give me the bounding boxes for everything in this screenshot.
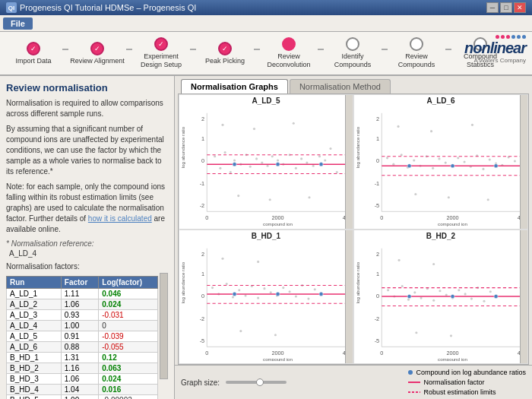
svg-point-27 (295, 167, 297, 169)
workflow-step-peak[interactable]: ✓ Peak Picking (198, 42, 252, 65)
step-label-deconv: Review Deconvolution (261, 52, 316, 69)
step-label-review: Review Compounds (389, 52, 444, 69)
cell-log: 0.046 (99, 289, 157, 299)
svg-point-90 (451, 164, 454, 168)
svg-text:0: 0 (380, 349, 383, 356)
charts-area: A_LD_5 2 1 0 -1 -2 0 (178, 93, 529, 365)
cell-log: 0.12 (99, 353, 157, 363)
legend-area: Compound ion log abundance ratios Normal… (408, 369, 526, 396)
svg-point-164 (432, 262, 435, 264)
table-row: A_LD_1 1.11 0.046 (7, 289, 158, 299)
svg-text:2000: 2000 (271, 214, 283, 221)
cell-log: 0.016 (99, 385, 157, 395)
brand-dots (464, 35, 526, 39)
graph-size-label: Graph size: (181, 378, 220, 387)
svg-point-80 (397, 125, 399, 128)
svg-point-156 (464, 293, 467, 295)
workflow-step-deconv[interactable]: Review Deconvolution (261, 37, 316, 69)
svg-text:1: 1 (376, 135, 379, 142)
svg-text:compound ion: compound ion (263, 356, 293, 361)
tab-normalisation-method[interactable]: Normalisation Method (290, 79, 391, 93)
svg-point-169 (407, 294, 411, 298)
table-row: B_HD_4 1.04 0.016 (7, 385, 158, 395)
svg-point-13 (219, 167, 221, 169)
svg-point-20 (255, 157, 258, 160)
svg-point-112 (263, 287, 265, 290)
svg-text:0: 0 (380, 214, 383, 221)
chart-title-A_LD_5: A_LD_5 (179, 95, 353, 106)
svg-point-60 (392, 163, 394, 166)
svg-point-84 (471, 124, 473, 126)
svg-point-131 (319, 292, 323, 296)
svg-point-44 (233, 163, 236, 166)
step-connector-5 (318, 49, 324, 50)
graph-size-slider[interactable] (226, 381, 287, 384)
cell-run: A_LD_1 (7, 289, 62, 299)
chart-B_HD_2: B_HD_2 2 1 0 -2 -5 0 2000 4000 log abund… (353, 230, 528, 365)
workflow-step-identify[interactable]: Identify Compounds (325, 37, 380, 69)
chart-scrollbar-right-3[interactable] (345, 230, 353, 364)
workflow-step-review[interactable]: Review Compounds (389, 37, 444, 69)
calc-link[interactable]: how it is calculated (88, 214, 152, 223)
svg-point-155 (458, 289, 460, 291)
svg-text:2000: 2000 (446, 214, 458, 221)
menu-file[interactable]: File (3, 17, 33, 30)
workflow-step-alignment[interactable]: ✓ Review Alignment (70, 42, 125, 65)
svg-point-31 (318, 155, 321, 157)
table-row: B_HD_5 1.00 -0.00002 (7, 395, 158, 400)
svg-text:0: 0 (376, 293, 379, 299)
dot-3 (506, 35, 510, 39)
chart-scrollbar-right-2[interactable] (520, 95, 527, 229)
cell-log: 0.024 (99, 374, 157, 385)
close-button[interactable]: ✕ (514, 2, 526, 13)
cell-factor: 0.91 (61, 331, 99, 342)
cell-log: -0.055 (99, 342, 157, 353)
cell-factor: 1.06 (61, 374, 99, 385)
step-connector-3 (190, 49, 196, 50)
svg-point-74 (482, 168, 484, 170)
tab-normalisation-graphs[interactable]: Normalisation Graphs (181, 79, 288, 93)
page-heading: Review normalisation (6, 82, 168, 93)
svg-point-113 (270, 291, 272, 293)
chart-title-B_HD_2: B_HD_2 (354, 230, 527, 242)
table-row: B_HD_1 1.31 0.12 (7, 353, 158, 363)
window-controls[interactable]: ─ □ ✕ (486, 2, 526, 13)
svg-text:1: 1 (201, 135, 204, 142)
norm-table: Run Factor Log(factor) A_LD_1 1.11 0.046… (6, 276, 158, 399)
svg-point-61 (401, 154, 403, 156)
workflow-bar: ✓ Import Data ✓ Review Alignment ✓ Exper… (0, 32, 532, 76)
workflow-step-import[interactable]: ✓ Import Data (6, 42, 61, 65)
workflow-step-design[interactable]: ✓ Experiment Design Setup (134, 37, 188, 69)
legend-label-compound: Compound ion log abundance ratios (416, 369, 526, 376)
chart-scrollbar-right-1[interactable] (345, 95, 353, 229)
chart-scrollbar-right-4[interactable] (520, 230, 527, 364)
svg-text:-2: -2 (200, 315, 204, 322)
svg-point-59 (386, 157, 388, 159)
svg-point-116 (289, 290, 291, 293)
svg-text:-1: -1 (200, 180, 204, 187)
svg-point-14 (224, 151, 226, 154)
svg-point-32 (324, 159, 326, 161)
svg-point-144 (387, 289, 389, 291)
svg-point-157 (470, 297, 473, 299)
svg-point-35 (221, 124, 223, 126)
chart-svg-B_HD_1: 2 1 0 -2 -5 0 2000 4000 log abundance ra… (179, 242, 353, 362)
svg-text:log abundance ratio: log abundance ratio (180, 126, 185, 168)
svg-point-165 (450, 334, 452, 337)
svg-text:0: 0 (376, 157, 379, 164)
dot-5 (517, 35, 521, 39)
svg-point-82 (430, 130, 432, 132)
table-scrollbar[interactable] (160, 273, 168, 379)
svg-text:2000: 2000 (446, 349, 458, 356)
maximize-button[interactable]: □ (500, 2, 512, 13)
svg-text:compound ion: compound ion (263, 221, 293, 226)
table-row: A_LD_2 1.06 0.024 (7, 299, 158, 310)
description-para1: Normalisation is required to allow compa… (6, 98, 168, 119)
chart-B_HD_1: B_HD_1 2 1 0 -2 -5 0 2000 4000 log abund… (179, 230, 353, 365)
table-row: A_LD_4 1.00 0 (7, 321, 158, 331)
minimize-button[interactable]: ─ (486, 2, 499, 13)
chart-A_LD_6: A_LD_6 2 1 0 -1 -5 0 2000 4000 log abund… (353, 94, 528, 230)
svg-text:0: 0 (205, 214, 208, 221)
table-row: A_LD_3 0.93 -0.031 (7, 310, 158, 321)
cell-log: 0 (99, 321, 157, 331)
